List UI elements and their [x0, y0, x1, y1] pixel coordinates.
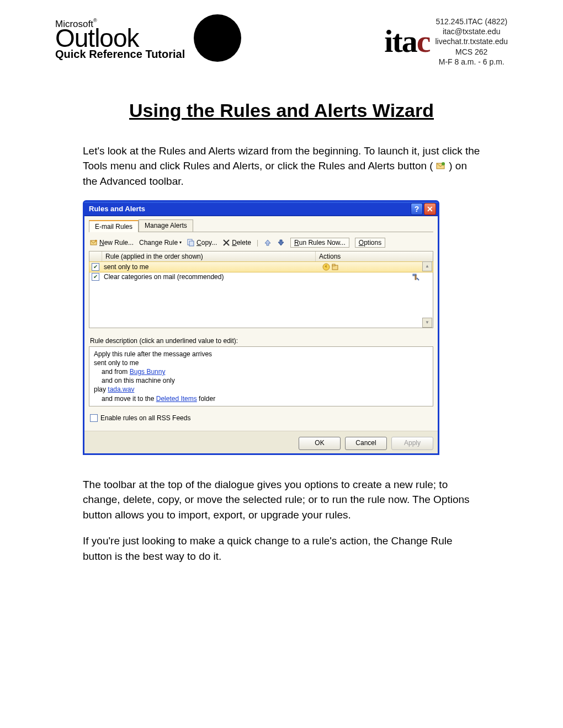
delete-button[interactable]: Delete [222, 239, 251, 247]
contact-hours: M-F 8 a.m. - 6 p.m. [435, 57, 508, 67]
arrow-down-icon [277, 239, 285, 247]
desc-line: and from Bugs Bunny [94, 367, 428, 376]
desc-line: and on this machine only [94, 376, 428, 385]
intro-part1: Let's look at the Rules and Alerts wizar… [83, 145, 480, 172]
toolbar-separator: | [257, 239, 258, 247]
hammer-action-icon [412, 273, 419, 281]
from-link[interactable]: Bugs Bunny [130, 368, 166, 376]
svg-rect-10 [415, 275, 416, 280]
paragraph-3: If you're just looking to make a quick c… [83, 533, 480, 564]
move-down-button[interactable] [277, 239, 285, 247]
microsoft-label: Microsoft [55, 19, 185, 29]
dialog-titlebar: Rules and Alerts ? ✕ [84, 202, 438, 216]
svg-point-1 [442, 162, 445, 165]
scroll-down-button[interactable]: ▼ [422, 318, 432, 328]
new-rule-button[interactable]: ✶ New Rule... [90, 239, 134, 247]
cancel-button[interactable]: Cancel [345, 437, 387, 450]
sound-link[interactable]: tada.wav [108, 386, 134, 393]
itac-contact: 512.245.ITAC (4822) itac@txstate.edu liv… [435, 17, 508, 67]
contact-chat: livechat.tr.txstate.edu [435, 36, 508, 46]
page-header: Microsoft Outlook Quick Reference Tutori… [33, 17, 530, 67]
folder-link[interactable]: Deleted Items [156, 395, 197, 403]
tab-bar: E-mail Rules Manage Alerts [89, 220, 433, 232]
scroll-up-button[interactable]: ▲ [422, 261, 432, 271]
header-actions: Actions [316, 251, 433, 261]
tab-email-rules[interactable]: E-mail Rules [89, 220, 139, 232]
change-rule-button[interactable]: Change Rule ▾ [139, 239, 182, 247]
rss-label: Enable rules on all RSS Feeds [100, 414, 190, 422]
new-rule-icon: ✶ [90, 239, 98, 247]
dropdown-icon: ▾ [179, 240, 182, 245]
delete-icon [222, 239, 230, 247]
subtitle-label: Quick Reference Tutorial [55, 49, 185, 60]
contact-room: MCS 262 [435, 47, 508, 57]
tab-manage-alerts[interactable]: Manage Alerts [139, 220, 193, 232]
rule-name: Clear categories on mail (recommended) [102, 273, 293, 281]
apply-button[interactable]: Apply [391, 437, 433, 450]
copy-button[interactable]: Copy... [187, 239, 217, 247]
svg-rect-5 [189, 241, 194, 246]
logo-circle [194, 14, 241, 62]
header-rule: Rule (applied in the order shown) [102, 251, 316, 261]
contact-email: itac@txstate.edu [435, 26, 508, 36]
rules-alerts-icon [436, 159, 446, 168]
rules-alerts-dialog: Rules and Alerts ? ✕ E-mail Rules Manage… [83, 200, 439, 455]
rule-row[interactable]: ✔ sent only to me [89, 261, 433, 272]
paragraph-2: The toolbar at the top of the dialogue g… [83, 477, 480, 523]
options-button[interactable]: Options [355, 238, 385, 248]
help-button[interactable]: ? [411, 203, 423, 215]
sound-action-icon [322, 263, 330, 271]
desc-line: play tada.wav [94, 385, 428, 394]
desc-line: Apply this rule after the message arrive… [94, 350, 428, 358]
itac-logo: itac [384, 25, 429, 57]
header-right: itac 512.245.ITAC (4822) itac@txstate.ed… [384, 17, 508, 67]
page-title: Using the Rules and Alerts Wizard [33, 100, 530, 121]
rule-name: sent only to me [102, 263, 306, 271]
desc-line: sent only to me [94, 358, 428, 367]
description-label: Rule description (click an underlined va… [90, 337, 433, 345]
run-rules-button[interactable]: Run Rules Now... [290, 238, 349, 248]
rule-checkbox[interactable]: ✔ [92, 263, 99, 271]
copy-icon [187, 239, 195, 247]
rss-row: Enable rules on all RSS Feeds [90, 414, 433, 422]
header-left: Microsoft Outlook Quick Reference Tutori… [55, 17, 241, 62]
rule-row[interactable]: ✔ Clear categories on mail (recommended) [89, 272, 433, 282]
dialog-buttons: OK Cancel Apply [84, 431, 438, 453]
svg-text:✶: ✶ [94, 239, 98, 243]
description-box: Apply this rule after the message arrive… [89, 346, 433, 406]
rules-list: ✔ sent only to me ✔ Cl [89, 261, 433, 328]
rss-checkbox[interactable] [90, 414, 98, 422]
dialog-title: Rules and Alerts [89, 205, 145, 213]
svg-rect-8 [332, 264, 335, 266]
rule-checkbox[interactable]: ✔ [92, 273, 99, 281]
toolbar: ✶ New Rule... Change Rule ▾ Copy... [89, 235, 433, 251]
intro-paragraph: Let's look at the Rules and Alerts wizar… [83, 143, 480, 189]
list-headers: Rule (applied in the order shown) Action… [89, 251, 433, 262]
move-action-icon [331, 263, 339, 271]
outlook-logo-block: Microsoft Outlook Quick Reference Tutori… [55, 19, 185, 60]
ok-button[interactable]: OK [299, 437, 341, 450]
itac-logo-red: c [417, 23, 430, 59]
move-up-button[interactable] [264, 239, 272, 247]
arrow-up-icon [264, 239, 272, 247]
desc-line: and move it to the Deleted Items folder [94, 394, 428, 403]
itac-logo-black: ita [384, 23, 416, 59]
contact-phone: 512.245.ITAC (4822) [435, 17, 508, 26]
close-button[interactable]: ✕ [424, 203, 436, 215]
